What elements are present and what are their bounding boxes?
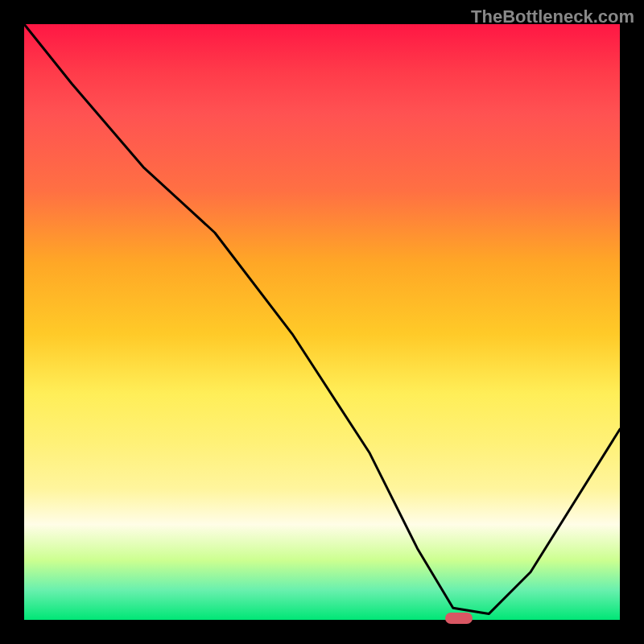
- bottleneck-curve-path: [24, 24, 620, 614]
- optimal-point-marker: [445, 613, 473, 624]
- plot-area: [24, 24, 620, 620]
- bottleneck-curve-svg: [24, 24, 620, 620]
- watermark-text: TheBottleneck.com: [471, 6, 634, 27]
